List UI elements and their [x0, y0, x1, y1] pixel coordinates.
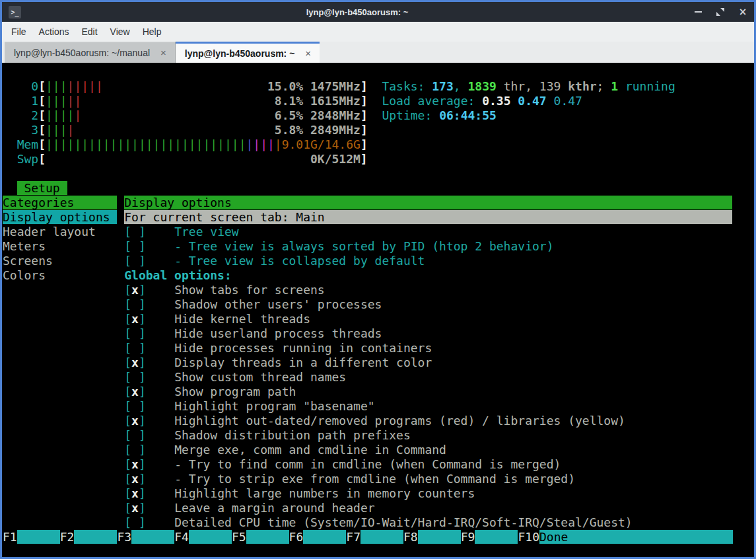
checkbox[interactable]: [ [124, 254, 131, 268]
fkey-F7-label[interactable] [361, 530, 403, 544]
fkey-F2[interactable]: F2 [60, 530, 75, 544]
menu-item-file[interactable]: File [11, 26, 26, 37]
sidebar-item-colors[interactable]: Colors [3, 268, 117, 282]
checkbox-state[interactable] [131, 370, 139, 384]
checkbox[interactable]: ] [139, 283, 146, 297]
checkbox-state[interactable] [131, 443, 139, 457]
sidebar-item-header-layout[interactable]: Header layout [3, 225, 117, 239]
checkbox-state[interactable] [131, 254, 139, 268]
checkbox[interactable]: [ [124, 515, 131, 529]
option-label[interactable]: Show custom thread names [174, 370, 346, 384]
option-label[interactable]: Shadow distribution path prefixes [174, 428, 411, 442]
checkbox[interactable]: [ [124, 457, 131, 471]
checkbox[interactable]: ] [139, 486, 146, 500]
minimize-button[interactable] [693, 7, 703, 17]
fkey-F9-label[interactable] [475, 530, 518, 544]
checkbox[interactable]: [ [124, 443, 131, 457]
checkbox[interactable]: [ [124, 312, 131, 326]
checkbox-state[interactable]: x [131, 312, 139, 326]
checkbox-state[interactable] [131, 399, 139, 413]
fkey-F3-label[interactable] [131, 530, 174, 544]
checkbox[interactable]: ] [139, 501, 146, 515]
checkbox[interactable]: ] [139, 355, 146, 369]
fkey-F1[interactable]: F1 [3, 530, 17, 544]
checkbox-state[interactable]: x [131, 355, 139, 369]
checkbox[interactable]: [ [124, 370, 131, 384]
checkbox-state[interactable] [131, 428, 139, 442]
checkbox[interactable]: ] [139, 239, 146, 253]
checkbox[interactable]: ] [139, 428, 146, 442]
checkbox[interactable]: ] [139, 399, 146, 413]
checkbox[interactable]: [ [124, 225, 131, 239]
checkbox[interactable]: ] [139, 370, 146, 384]
terminal-screen[interactable]: 0[|||||||| 15.0% 1475MHz] Tasks: 173, 18… [2, 63, 754, 557]
option-label[interactable]: Leave a margin around header [174, 501, 374, 515]
checkbox-state[interactable]: x [131, 414, 139, 428]
titlebar[interactable]: >_ lynp@lyn-b450aorusm: ~ × [2, 2, 754, 22]
checkbox-state[interactable] [131, 225, 139, 239]
checkbox-state[interactable] [131, 297, 139, 311]
option-label[interactable]: Hide userland process threads [174, 326, 382, 340]
fkey-F2-label[interactable] [74, 530, 117, 544]
checkbox[interactable]: ] [139, 254, 146, 268]
tab-close-icon[interactable]: × [305, 48, 311, 59]
option-label[interactable]: Highlight out-dated/removed programs (re… [174, 414, 625, 428]
fkey-F5[interactable]: F5 [232, 530, 246, 544]
option-label[interactable]: Highlight large numbers in memory counte… [174, 486, 475, 500]
checkbox[interactable]: [ [124, 385, 131, 398]
sidebar-item-meters[interactable]: Meters [3, 239, 117, 253]
setup-tab[interactable]: Setup [17, 181, 67, 195]
checkbox[interactable]: ] [139, 297, 146, 311]
menu-item-actions[interactable]: Actions [39, 26, 69, 37]
fkey-F4-label[interactable] [189, 530, 232, 544]
menu-item-view[interactable]: View [110, 26, 130, 37]
checkbox-state[interactable]: x [131, 486, 139, 500]
checkbox-state[interactable] [131, 515, 139, 529]
option-label[interactable]: - Tree view is collapsed by default [174, 254, 425, 268]
menu-item-edit[interactable]: Edit [81, 26, 97, 37]
sidebar-item-display-options[interactable]: Display options [3, 210, 117, 224]
fkey-F9[interactable]: F9 [461, 530, 475, 544]
option-label[interactable]: Shadow other users' processes [174, 297, 382, 311]
fkey-F6[interactable]: F6 [289, 530, 304, 544]
option-label[interactable]: Highlight program "basename" [174, 399, 374, 413]
checkbox-state[interactable]: x [131, 457, 139, 471]
option-label[interactable]: Display threads in a different color [174, 355, 432, 369]
option-label[interactable]: - Tree view is always sorted by PID (hto… [174, 239, 553, 253]
option-label[interactable]: Show program path [174, 385, 296, 398]
fkey-F10-label[interactable]: Done [539, 530, 582, 544]
checkbox-state[interactable]: x [131, 385, 139, 398]
checkbox-state[interactable] [131, 326, 139, 340]
fkey-F10[interactable]: F10 [518, 530, 539, 544]
checkbox[interactable]: ] [139, 457, 146, 471]
checkbox[interactable]: [ [124, 297, 131, 311]
fkey-F1-label[interactable] [17, 530, 60, 544]
checkbox-state[interactable] [131, 341, 139, 355]
option-label[interactable]: Detailed CPU time (System/IO-Wait/Hard-I… [174, 515, 633, 529]
checkbox[interactable]: [ [124, 326, 131, 340]
checkbox[interactable]: [ [124, 239, 131, 253]
checkbox-state[interactable]: x [131, 283, 139, 297]
checkbox[interactable]: ] [139, 443, 146, 457]
checkbox[interactable]: [ [124, 283, 131, 297]
tab-close-icon[interactable]: × [160, 47, 166, 58]
option-label[interactable]: - Try to strip exe from cmdline (when Co… [174, 472, 575, 486]
option-label[interactable]: Tree view [174, 225, 239, 239]
checkbox[interactable]: ] [139, 312, 146, 326]
fkey-F8[interactable]: F8 [403, 530, 418, 544]
fkey-F7[interactable]: F7 [346, 530, 361, 544]
checkbox[interactable]: [ [124, 355, 131, 369]
checkbox[interactable]: [ [124, 414, 131, 428]
fkey-F6-label[interactable] [303, 530, 346, 544]
fkey-F5-label[interactable] [246, 530, 289, 544]
checkbox[interactable]: [ [124, 341, 131, 355]
close-button[interactable]: × [738, 7, 747, 17]
checkbox[interactable]: ] [139, 472, 146, 486]
checkbox-state[interactable]: x [131, 501, 139, 515]
option-label[interactable]: Hide processes running in containers [174, 341, 432, 355]
sidebar-item-screens[interactable]: Screens [3, 254, 117, 268]
option-label[interactable]: - Try to find comm in cmdline (when Comm… [174, 457, 561, 471]
checkbox[interactable]: [ [124, 428, 131, 442]
fkey-F8-label[interactable] [418, 530, 461, 544]
checkbox-state[interactable]: x [131, 472, 139, 486]
